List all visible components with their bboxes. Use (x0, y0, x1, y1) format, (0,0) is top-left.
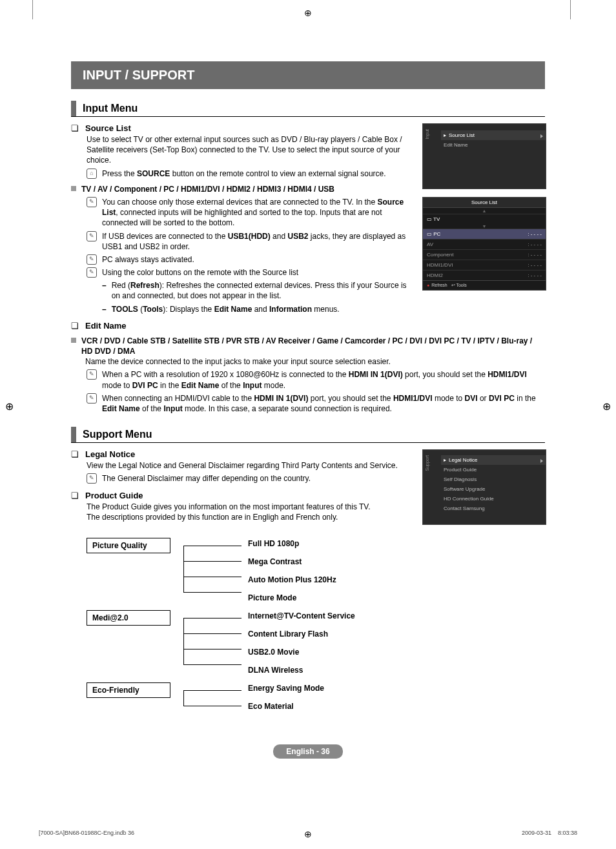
bullet-icon: ❏ (71, 449, 80, 459)
tree-category: Medi@2.0 (87, 610, 170, 626)
bullet-icon: ❏ (71, 123, 80, 133)
paragraph: If USB devices are connected to the USB1… (102, 231, 415, 252)
osd-refresh: Refresh (427, 283, 447, 287)
osd-tools: Tools (456, 283, 466, 287)
tree-item: Mega Contrast (248, 556, 336, 574)
paragraph: Red (Refresh): Refreshes the connected e… (112, 280, 415, 301)
paragraph: Name the device connected to the input j… (85, 356, 545, 367)
crop-mark (570, 0, 577, 19)
paragraph: When connecting an HDMI/DVI cable to the… (102, 393, 545, 414)
subsection-legal-notice: Legal Notice (85, 449, 135, 459)
subsection-tv-av: TV / AV / Component / PC / HDMI1/DVI / H… (81, 184, 334, 194)
dash-bullet: – (102, 304, 107, 314)
tree-item: Energy Saving Mode (248, 682, 324, 701)
osd-menu-item: ▸Source List (441, 130, 546, 140)
tree-item: DLNA Wireless (248, 664, 355, 682)
paragraph: TOOLS (Tools): Displays the Edit Name an… (112, 304, 340, 314)
square-bullet-icon (71, 186, 76, 191)
registration-mark-icon: ⊕ (304, 8, 312, 18)
tree-item: USB2.0 Movie (248, 646, 355, 664)
osd-menu-item: Contact Samsung (441, 504, 546, 513)
paragraph: Using the color buttons on the remote wi… (102, 267, 298, 278)
note-icon: ✎ (87, 473, 97, 484)
chapter-title: INPUT / SUPPORT (71, 61, 545, 89)
section-support-menu: Support Menu (71, 427, 152, 442)
bullet-icon: ❏ (71, 321, 80, 331)
subsection-source-list: Source List (85, 123, 131, 133)
tree-item: Internet@TV-Content Service (248, 610, 355, 628)
registration-mark-icon: ⊕ (5, 400, 14, 413)
paragraph: Press the SOURCE button on the remote co… (102, 169, 386, 179)
osd-menu-item: HD Connection Guide (441, 494, 546, 504)
osd-source-list: Source List ▲ ▭ TV ▼ ▭ PC: - - - - AV: -… (422, 197, 546, 291)
paragraph: When a PC with a resolution of 1920 x 10… (102, 369, 545, 390)
osd-menu-item: Edit Name (441, 140, 546, 150)
osd-menu-item: Product Guide (441, 465, 546, 475)
osd-tab-label: Input (425, 129, 429, 139)
osd-source-title: Source List (423, 198, 546, 208)
osd-support-menu: Support ▸Legal Notice Product Guide Self… (422, 449, 546, 525)
remote-icon: ⌂ (87, 169, 97, 179)
osd-menu-item: Self Diagnosis (441, 475, 546, 484)
paragraph: The General Disclaimer may differ depend… (102, 473, 311, 484)
section-input-menu: Input Menu (71, 101, 138, 116)
osd-menu-item: ▸Legal Notice (441, 455, 546, 465)
registration-mark-icon: ⊕ (602, 400, 611, 413)
osd-menu-item: Software Upgrade (441, 484, 546, 494)
tree-category: Picture Quality (87, 538, 170, 553)
osd-tab-label: Support (425, 455, 429, 471)
osd-input-menu: Input ▸Source List Edit Name (422, 123, 546, 189)
crop-mark (26, 0, 33, 19)
square-bullet-icon (71, 338, 76, 343)
page-number: English - 36 (273, 744, 342, 759)
tree-item: Auto Motion Plus 120Hz (248, 574, 336, 592)
tree-item: Picture Mode (248, 592, 336, 610)
dash-bullet: – (102, 280, 107, 301)
device-list: VCR / DVD / Cable STB / Satellite STB / … (81, 336, 545, 356)
bullet-icon: ❏ (71, 491, 80, 500)
footer-filename: [7000-SA]BN68-01988C-Eng.indb 36 (39, 830, 134, 836)
note-icon: ✎ (87, 231, 97, 241)
note-icon: ✎ (87, 393, 97, 404)
footer-timestamp: 2009-03-31 8:03:38 (522, 830, 577, 836)
product-guide-tree: Picture Quality Full HD 1080p Mega Contr… (87, 538, 545, 719)
note-icon: ✎ (87, 254, 97, 265)
tree-item: Content Library Flash (248, 628, 355, 646)
note-icon: ✎ (87, 267, 97, 278)
note-icon: ✎ (87, 197, 97, 207)
note-icon: ✎ (87, 369, 97, 380)
tree-item: Eco Material (248, 701, 324, 719)
paragraph: PC always stays activated. (102, 254, 194, 265)
subsection-edit-name: Edit Name (85, 321, 127, 331)
tree-item: Full HD 1080p (248, 538, 336, 556)
tree-category: Eco-Friendly (87, 682, 170, 698)
paragraph: You can choose only those external devic… (102, 197, 415, 229)
subsection-product-guide: Product Guide (85, 491, 143, 500)
